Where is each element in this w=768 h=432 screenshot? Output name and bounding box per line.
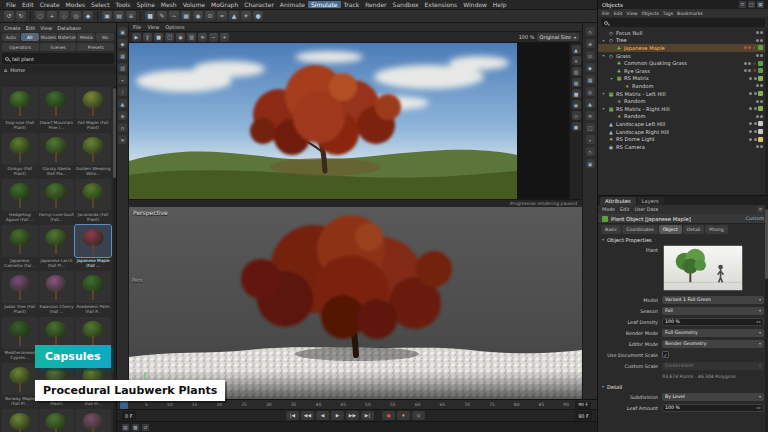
expand-arrow-icon[interactable]: ▾ [601, 106, 606, 111]
rv-menu-view[interactable]: View [147, 24, 159, 30]
perspective-viewport[interactable]: Perspective Pers [129, 207, 582, 399]
zoom-out-icon[interactable]: − [209, 33, 218, 42]
tag-icon[interactable] [758, 137, 763, 142]
rotate-tool-icon[interactable]: ◎ [71, 11, 81, 21]
filter-models[interactable]: Models [40, 33, 58, 41]
dot-icon[interactable]: ∙ [586, 135, 595, 144]
objects-search-input[interactable] [611, 20, 762, 26]
visibility-dot[interactable] [744, 62, 747, 65]
model-dropdown[interactable]: Variant 1 Fall Green▾ [662, 296, 764, 304]
aov-icon[interactable]: ≡ [198, 33, 207, 42]
custom-dropdown[interactable]: Custom [746, 216, 764, 221]
object-row[interactable]: ∗Random [598, 82, 765, 90]
diamond-icon[interactable]: ◇ [586, 147, 595, 156]
render-settings-icon[interactable]: ≡ [126, 11, 136, 21]
channels-icon[interactable]: ▦ [572, 78, 581, 87]
spinner-left-icon[interactable]: ◂ [756, 319, 758, 324]
visibility-dot[interactable] [754, 77, 757, 80]
field-icon[interactable]: ⊙ [205, 11, 215, 21]
asset-search-box[interactable] [2, 53, 114, 64]
current-frame-field[interactable]: 0 F [122, 411, 136, 420]
grid-toggle-icon[interactable]: ▦ [132, 424, 139, 431]
filter-operators[interactable]: Operators [2, 43, 39, 51]
leaf-density-input[interactable]: 100 %◂▸ [662, 318, 764, 326]
object-row[interactable]: ☀RS Dome Light [598, 135, 765, 143]
filter-auto[interactable]: Auto [2, 33, 20, 41]
render-to-picture-icon[interactable]: ▤ [114, 11, 124, 21]
asset-item[interactable]: Ginkgo (Fall Plant) [2, 133, 38, 178]
disabled-x-icon[interactable]: ✕ [753, 68, 757, 73]
expand-arrow-icon[interactable]: ▾ [609, 76, 614, 81]
zoom-in-icon[interactable]: + [220, 33, 229, 42]
viewport-label[interactable]: Perspective [133, 209, 168, 216]
asset-item[interactable]: Kwanzan Cherry (Fall ... [39, 271, 75, 316]
tag-icon[interactable] [758, 121, 763, 126]
op-menu-edit[interactable]: Edit [614, 11, 623, 16]
visibility-dot[interactable] [754, 122, 757, 125]
viewport-canvas[interactable] [129, 207, 582, 399]
model-mode-icon[interactable]: ◆ [118, 39, 127, 48]
prev-key-button[interactable]: ◀◀ [301, 411, 314, 420]
menu-volume[interactable]: Volume [180, 1, 208, 8]
menu-track[interactable]: Track [341, 1, 363, 8]
asset-item[interactable]: Fall Maple (Fall Plant) [75, 87, 111, 132]
panel-float-icon[interactable]: □ [748, 1, 755, 8]
menu-render[interactable]: Render [362, 1, 389, 8]
visibility-dot[interactable] [760, 54, 763, 57]
viewport-solo-icon[interactable]: ◎ [586, 87, 595, 96]
prev-frame-button[interactable]: ◀ [316, 411, 329, 420]
visibility-dot[interactable] [744, 46, 747, 49]
object-row[interactable]: ♣Rye Grass✕ [598, 67, 765, 75]
polygons-mode-icon[interactable]: ▲ [118, 99, 127, 108]
asset-item[interactable]: Glossy Abelia (Fall Pla... [39, 133, 75, 178]
op-menu-file[interactable]: File [602, 11, 610, 16]
menu-edit[interactable]: Edit [19, 1, 37, 8]
object-row[interactable]: ▲Landscape Left Hill [598, 120, 765, 128]
visibility-dot[interactable] [749, 107, 752, 110]
rendered-image[interactable] [129, 43, 517, 199]
visibility-dot[interactable] [756, 31, 759, 34]
keyframe-button[interactable]: ◇ [412, 411, 425, 420]
visibility-dot[interactable] [749, 138, 752, 141]
tag-icon[interactable] [758, 68, 763, 73]
quantize-icon[interactable]: ⊙ [586, 51, 595, 60]
visibility-dot[interactable] [748, 46, 751, 49]
filter-wo[interactable]: Wo [96, 33, 114, 41]
asset-search-input[interactable] [12, 56, 111, 62]
expand-arrow-icon[interactable]: ▾ [601, 53, 606, 58]
ab-menu-view[interactable]: View [40, 25, 52, 31]
visibility-dot[interactable] [760, 84, 763, 87]
visibility-dot[interactable] [760, 145, 763, 148]
asset-item[interactable]: Judas Tree (Fall Plant) [2, 271, 38, 316]
at-menu-mode[interactable]: Mode [602, 207, 615, 212]
visibility-dot[interactable] [760, 100, 763, 103]
breadcrumb[interactable]: ⌂ Home [0, 65, 116, 74]
season-dropdown[interactable]: Fall▾ [662, 307, 764, 315]
object-row[interactable]: ∗Random [598, 97, 765, 105]
menu-modes[interactable]: Modes [63, 1, 88, 8]
object-properties-header[interactable]: ▾ Object Properties [598, 235, 768, 244]
subdivision-surface-icon[interactable]: ▦ [181, 11, 191, 21]
options-icon[interactable]: ≡ [586, 111, 595, 120]
render-queue-icon[interactable]: ▤ [122, 424, 129, 431]
tag-icon[interactable] [758, 106, 763, 111]
visibility-dot[interactable] [748, 69, 751, 72]
progressive-icon[interactable]: ◉ [572, 100, 581, 109]
visibility-dot[interactable] [760, 39, 763, 42]
edges-mode-icon[interactable]: / [118, 87, 127, 96]
subdivision-dropdown[interactable]: By Level▾ [662, 393, 764, 401]
points-mode-icon[interactable]: ∙ [118, 75, 127, 84]
visibility-dot[interactable] [749, 130, 752, 133]
asset-item[interactable]: Jacaranda (Fall Plant) [75, 179, 111, 224]
autokey-button[interactable]: ♦ [397, 411, 410, 420]
menu-select[interactable]: Select [88, 1, 113, 8]
light-icon[interactable]: ☀ [241, 11, 251, 21]
object-row[interactable]: ▾▦RS Matrix - Right Hill [598, 105, 765, 113]
visibility-dot[interactable] [754, 107, 757, 110]
spinner-left-icon[interactable]: ◂ [756, 405, 758, 410]
panel-menu-icon[interactable]: ≡ [739, 1, 746, 8]
at-menu-edit[interactable]: Edit [620, 207, 629, 212]
lock-workplane-icon[interactable]: ≡ [118, 135, 127, 144]
compare-icon[interactable]: ▥ [187, 33, 196, 42]
object-row[interactable]: ∗Random [598, 113, 765, 121]
